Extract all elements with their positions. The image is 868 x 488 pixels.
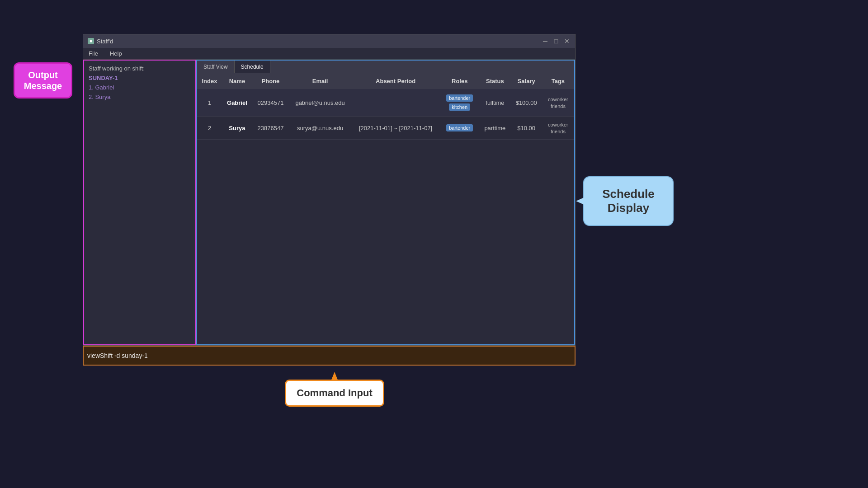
menu-bar: File Help (83, 48, 575, 60)
cell-salary-2: $10.00 (511, 117, 542, 140)
cell-name-1: Gabriel (222, 89, 252, 117)
staff-item-1: 1. Gabriel (89, 83, 191, 93)
cell-phone-2: 23876547 (252, 117, 289, 140)
cell-phone-1: 02934571 (252, 89, 289, 117)
staff-table: Index Name Phone Email Absent Period Rol… (197, 73, 574, 140)
tag-coworker-1: coworker (548, 97, 568, 102)
cell-name-2: Surya (222, 117, 252, 140)
cell-email-2: surya@u.nus.edu (289, 117, 351, 140)
col-email: Email (289, 73, 351, 89)
col-index: Index (197, 73, 222, 89)
cell-status-2: parttime (479, 117, 510, 140)
cell-roles-2: bartender (440, 117, 479, 140)
cell-status-1: fulltime (479, 89, 510, 117)
cell-tags-2: coworker friends (542, 117, 574, 140)
annotation-output-message: OutputMessage (14, 62, 72, 99)
close-button[interactable]: ✕ (563, 38, 571, 45)
right-panel: Staff View Schedule Index Name Phone Ema… (196, 60, 575, 345)
role-badge-bartender-2: bartender (446, 124, 473, 131)
command-bar (83, 346, 576, 366)
menu-file[interactable]: File (86, 49, 101, 58)
staff-table-container: Index Name Phone Email Absent Period Rol… (197, 73, 574, 344)
cell-email-1: gabriel@u.nus.edu (289, 89, 351, 117)
col-tags: Tags (542, 73, 574, 89)
cell-index-2: 2 (197, 117, 222, 140)
title-bar-controls: ─ □ ✕ (542, 38, 571, 45)
cell-absent-2: [2021-11-01] ~ [2021-11-07] (351, 117, 440, 140)
role-badge-kitchen-1: kitchen (449, 103, 470, 111)
tag-friends-1: friends (551, 103, 566, 109)
annotation-command-input: Command Input (285, 380, 384, 407)
app-icon: ■ (88, 38, 94, 44)
tab-bar: Staff View Schedule (197, 61, 574, 73)
tag-friends-2: friends (551, 129, 566, 134)
cell-roles-1: bartender kitchen (440, 89, 479, 117)
cell-salary-1: $100.00 (511, 89, 542, 117)
col-name: Name (222, 73, 252, 89)
app-window: ■ Staff'd ─ □ ✕ File Help Staff working … (83, 34, 576, 346)
cell-absent-1 (351, 89, 440, 117)
menu-help[interactable]: Help (107, 49, 125, 58)
staff-item-2: 2. Surya (89, 93, 191, 102)
table-header-row: Index Name Phone Email Absent Period Rol… (197, 73, 574, 89)
title-bar-left: ■ Staff'd (88, 38, 113, 45)
annotation-schedule-display: ScheduleDisplay (583, 176, 674, 226)
shift-staff-list: 1. Gabriel 2. Surya (89, 83, 191, 102)
output-label: Staff working on shift: (89, 65, 191, 72)
app-title: Staff'd (97, 38, 113, 45)
tab-staff-view[interactable]: Staff View (197, 61, 235, 73)
tab-schedule[interactable]: Schedule (235, 61, 270, 73)
tag-coworker-2: coworker (548, 122, 568, 127)
col-salary: Salary (511, 73, 542, 89)
maximize-button[interactable]: □ (552, 38, 560, 45)
col-absent: Absent Period (351, 73, 440, 89)
role-badge-bartender-1: bartender (446, 94, 473, 102)
shift-day: SUNDAY-1 (89, 75, 191, 81)
col-status: Status (479, 73, 510, 89)
command-input[interactable] (87, 352, 571, 359)
col-roles: Roles (440, 73, 479, 89)
cell-index-1: 1 (197, 89, 222, 117)
cell-tags-1: coworker friends (542, 89, 574, 117)
title-bar: ■ Staff'd ─ □ ✕ (83, 34, 575, 48)
table-row: 2 Surya 23876547 surya@u.nus.edu [2021-1… (197, 117, 574, 140)
minimize-button[interactable]: ─ (542, 38, 549, 45)
table-row: 1 Gabriel 02934571 gabriel@u.nus.edu bar… (197, 89, 574, 117)
main-content: Staff working on shift: SUNDAY-1 1. Gabr… (83, 60, 575, 345)
col-phone: Phone (252, 73, 289, 89)
output-panel: Staff working on shift: SUNDAY-1 1. Gabr… (83, 60, 196, 345)
